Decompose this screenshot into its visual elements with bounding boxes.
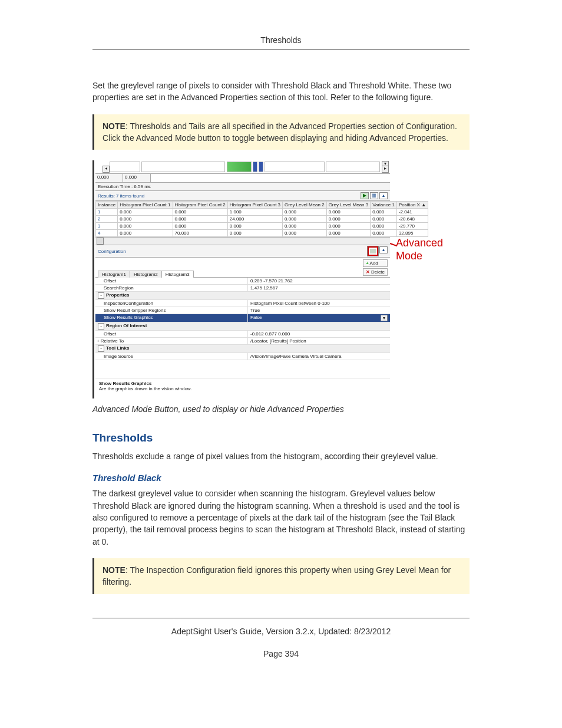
property-value: False ▾: [247, 314, 390, 322]
property-row[interactable]: Show Result Gripper RegionsTrue: [95, 307, 390, 314]
coord-y: 0.000: [123, 174, 151, 182]
help-body: Are the graphics drawn in the vision win…: [99, 386, 386, 391]
results-bar: Results: 7 items found ▶ ▦ ▴: [95, 191, 390, 201]
delete-label: Delete: [371, 269, 385, 275]
note-box-2: NOTE: The Inspection Configuration field…: [92, 558, 470, 594]
table-cell: 0.000: [283, 209, 327, 216]
note-body: : The Inspection Configuration field ign…: [103, 565, 451, 587]
property-row[interactable]: Offset0.289 -7.570 21.762: [95, 278, 390, 285]
table-cell: 0.000: [326, 223, 371, 230]
tab-histogram3[interactable]: Histogram3: [161, 271, 194, 278]
property-row[interactable]: Image Source/Vision/Image/Fake Camera Vi…: [95, 353, 390, 360]
tab-histogram2[interactable]: Histogram2: [130, 271, 162, 278]
toggle-icon[interactable]: -: [98, 292, 104, 299]
table-cell: 0.000: [173, 216, 227, 223]
table-row[interactable]: 40.00070.0000.0000.0000.0000.00032.895: [96, 230, 428, 237]
table-cell: 0.000: [173, 209, 227, 216]
table-cell: 4: [96, 230, 118, 237]
group-header[interactable]: -Tool Links: [95, 345, 390, 353]
table-row[interactable]: 10.0000.0001.0000.0000.0000.000-2.041: [96, 209, 428, 216]
coord-row: 0.000 0.000: [95, 174, 390, 183]
table-row[interactable]: 20.0000.00024.0000.0000.0000.000-20.648: [96, 216, 428, 223]
table-cell: 0.000: [173, 223, 227, 230]
col-header[interactable]: Position X ▲: [396, 202, 428, 209]
note-box-1: NOTE: Thresholds and Tails are all speci…: [92, 114, 470, 150]
tab-histogram1[interactable]: Histogram1: [98, 271, 130, 278]
dropdown-icon[interactable]: ▾: [381, 315, 388, 321]
footer: AdeptSight User's Guide, Version 3.2.x, …: [92, 627, 470, 658]
advanced-mode-button[interactable]: [368, 246, 378, 256]
property-row[interactable]: +Relative To/Locator, [Results] Position: [95, 338, 390, 345]
h-scrollbar[interactable]: [95, 237, 390, 245]
col-header[interactable]: Histogram Pixel Count 2: [173, 202, 227, 209]
table-cell: 0.000: [326, 230, 371, 237]
property-row[interactable]: Show Results GraphicsFalse ▾: [95, 314, 390, 322]
col-header[interactable]: Histogram Pixel Count 3: [227, 202, 282, 209]
sort-icon: ▲: [421, 202, 426, 207]
property-value: True: [247, 307, 390, 314]
property-key: SearchRegion: [95, 285, 247, 291]
table-cell: 0.000: [283, 216, 327, 223]
footer-line: AdeptSight User's Guide, Version 3.2.x, …: [92, 627, 470, 636]
property-row[interactable]: SearchRegion1.475 12.567: [95, 285, 390, 292]
page-number: Page 394: [92, 649, 470, 658]
property-key: Image Source: [95, 353, 247, 360]
property-key: Show Result Gripper Regions: [95, 307, 247, 314]
property-key: +Relative To: [95, 338, 247, 344]
help-title: Show Results Graphics: [99, 381, 386, 386]
execution-time: Execution Time : 6.59 ms: [95, 183, 390, 191]
toggle-icon[interactable]: -: [98, 345, 104, 352]
intro-paragraph: Set the greylevel range of pixels to con…: [92, 80, 470, 104]
col-header[interactable]: Instance: [96, 202, 118, 209]
scroll-handle-icon[interactable]: [97, 238, 104, 245]
grid-icon[interactable]: ▦: [370, 192, 378, 199]
group-header[interactable]: -Properties: [95, 292, 390, 300]
table-row[interactable]: 30.0000.0000.0000.0000.0000.000-29.770: [96, 223, 428, 230]
property-key: Offset: [95, 331, 247, 337]
divider-bottom: [92, 618, 470, 618]
table-cell: -20.648: [396, 216, 428, 223]
property-value: 0.289 -7.570 21.762: [247, 278, 390, 284]
x-icon: ✕: [366, 269, 370, 275]
scroll-right-icon[interactable]: ▸: [382, 166, 389, 173]
table-cell: 0.000: [283, 223, 327, 230]
table-cell: 32.895: [396, 230, 428, 237]
col-header[interactable]: Grey Level Mean 3: [326, 202, 371, 209]
col-header[interactable]: Grey Level Mean 2: [283, 202, 327, 209]
scroll-left-icon[interactable]: ◂: [103, 166, 110, 173]
configuration-bar: Configuration ▴: [95, 245, 390, 258]
table-cell: 0.000: [371, 230, 397, 237]
add-button[interactable]: +Add: [363, 259, 388, 267]
col-header[interactable]: Variance 1: [371, 202, 397, 209]
tabs-row: Histogram1Histogram2Histogram3 +Add ✕Del…: [95, 258, 390, 278]
col-header[interactable]: Histogram Pixel Count 1: [118, 202, 173, 209]
property-row[interactable]: Offset-0.012 0.877 0.000: [95, 331, 390, 338]
collapse-up-icon[interactable]: ▴: [379, 192, 388, 199]
toggle-icon[interactable]: -: [98, 323, 104, 330]
section-heading-thresholds: Thresholds: [92, 431, 470, 444]
table-cell: -29.770: [396, 223, 428, 230]
run-icon[interactable]: ▶: [361, 192, 369, 199]
collapse-up-icon[interactable]: ▴: [379, 246, 388, 253]
delete-button[interactable]: ✕Delete: [363, 268, 388, 276]
section-paragraph: Thresholds exclude a range of pixel valu…: [92, 450, 470, 462]
property-row[interactable]: InspectionConfigurationHistogram Pixel C…: [95, 300, 390, 307]
property-value: /Vision/Image/Fake Camera Virtual Camera: [247, 353, 390, 360]
table-cell: 1: [96, 209, 118, 216]
toggle-icon[interactable]: +: [97, 338, 100, 344]
group-header[interactable]: -Region Of Interest: [95, 322, 390, 331]
table-cell: 1.000: [227, 209, 282, 216]
table-cell: 0.000: [118, 209, 173, 216]
callout-text: Advanced Mode: [396, 237, 449, 262]
add-label: Add: [370, 261, 378, 266]
page-header: Thresholds: [92, 35, 470, 45]
table-cell: 3: [96, 223, 118, 230]
table-cell: 24.000: [227, 216, 282, 223]
table-cell: 0.000: [283, 230, 327, 237]
note-label: NOTE: [103, 121, 125, 131]
table-cell: 2: [96, 216, 118, 223]
property-value: -0.012 0.877 0.000: [247, 331, 390, 337]
results-table: InstanceHistogram Pixel Count 1Histogram…: [95, 201, 428, 237]
coord-x: 0.000: [95, 174, 123, 182]
subheading-threshold-black: Threshold Black: [92, 473, 470, 483]
